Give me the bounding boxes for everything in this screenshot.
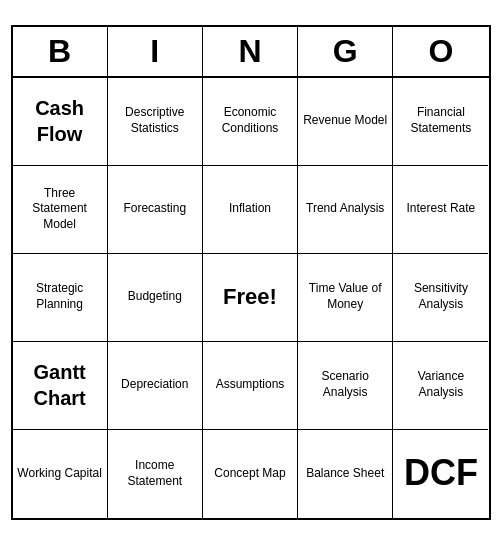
bingo-cell: Scenario Analysis <box>298 342 393 430</box>
bingo-cell: Trend Analysis <box>298 166 393 254</box>
bingo-letter: O <box>393 27 488 76</box>
bingo-grid: Cash FlowDescriptive StatisticsEconomic … <box>13 78 489 518</box>
bingo-cell: Income Statement <box>108 430 203 518</box>
bingo-cell: Descriptive Statistics <box>108 78 203 166</box>
bingo-cell: Free! <box>203 254 298 342</box>
bingo-card: BINGO Cash FlowDescriptive StatisticsEco… <box>11 25 491 520</box>
bingo-cell: Budgeting <box>108 254 203 342</box>
bingo-cell: Three Statement Model <box>13 166 108 254</box>
bingo-cell: Balance Sheet <box>298 430 393 518</box>
bingo-cell: Interest Rate <box>393 166 488 254</box>
bingo-cell: Forecasting <box>108 166 203 254</box>
bingo-cell: Sensitivity Analysis <box>393 254 488 342</box>
bingo-letter: B <box>13 27 108 76</box>
bingo-letter: I <box>108 27 203 76</box>
bingo-cell: Working Capital <box>13 430 108 518</box>
bingo-cell: Variance Analysis <box>393 342 488 430</box>
bingo-cell: Cash Flow <box>13 78 108 166</box>
bingo-cell: Inflation <box>203 166 298 254</box>
bingo-cell: Depreciation <box>108 342 203 430</box>
bingo-cell: Gantt Chart <box>13 342 108 430</box>
bingo-cell: Financial Statements <box>393 78 488 166</box>
bingo-cell: Concept Map <box>203 430 298 518</box>
bingo-cell: Assumptions <box>203 342 298 430</box>
bingo-cell: Strategic Planning <box>13 254 108 342</box>
bingo-cell: Economic Conditions <box>203 78 298 166</box>
bingo-header: BINGO <box>13 27 489 78</box>
bingo-cell: Revenue Model <box>298 78 393 166</box>
bingo-cell: Time Value of Money <box>298 254 393 342</box>
bingo-letter: G <box>298 27 393 76</box>
bingo-cell: DCF <box>393 430 488 518</box>
bingo-letter: N <box>203 27 298 76</box>
